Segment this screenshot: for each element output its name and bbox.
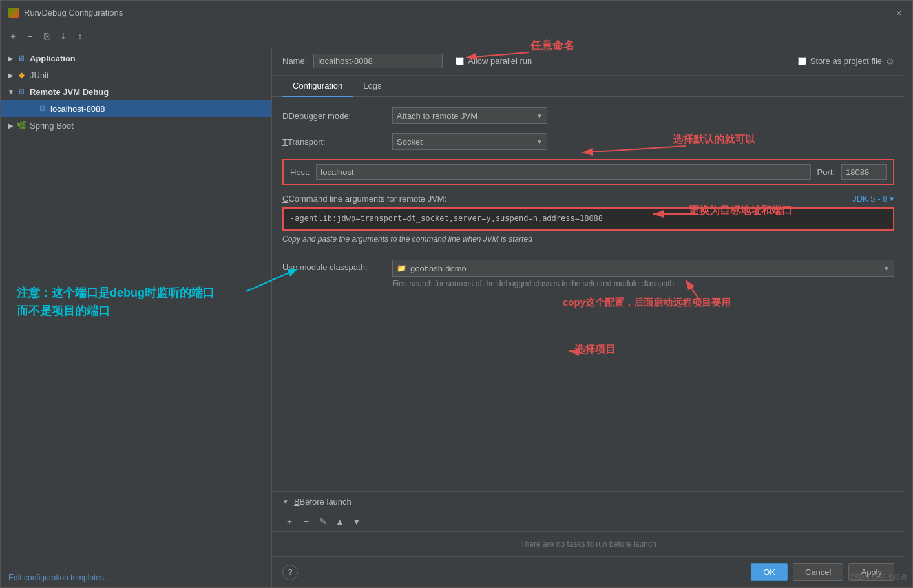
host-port-row: Host: Port:: [282, 159, 894, 185]
expand-icon-spring-boot: ▶: [6, 120, 16, 131]
edit-templates-link[interactable]: Edit configuration templates...: [8, 573, 110, 582]
store-project-checkbox[interactable]: [798, 57, 806, 65]
before-launch-header[interactable]: ▼ BBefore launch: [272, 491, 905, 512]
ok-button[interactable]: OK: [751, 563, 788, 581]
main-area: ▶ 🖥 Application ▶ ◆ JUnit ▼ 🖥 Remote JVM…: [1, 47, 912, 587]
before-launch-add[interactable]: +: [282, 514, 297, 529]
watermark: CSDN @完飞猛进: [850, 572, 907, 582]
tab-logs[interactable]: Logs: [353, 76, 392, 97]
divider: [282, 253, 894, 253]
allow-parallel-label: Allow parallel run: [468, 56, 532, 66]
spring-boot-icon: 🌿: [16, 120, 26, 131]
debugger-mode-arrow: ▼: [536, 112, 543, 120]
debugger-mode-label: DDebugger mode:: [282, 111, 386, 121]
footer-buttons: ? OK Cancel Apply: [272, 556, 905, 587]
parallel-run-row: Allow parallel run: [456, 56, 532, 66]
tabs-row: Configuration Logs: [272, 76, 905, 97]
tab-configuration[interactable]: Configuration: [282, 76, 353, 97]
before-launch-arrow: ▼: [282, 498, 289, 505]
application-icon: 🖥: [16, 53, 26, 63]
jdk-version[interactable]: JDK 5 - 8 ▾: [852, 194, 894, 204]
cmd-args-box: -agentlib:jdwp=transport=dt_socket,serve…: [282, 207, 894, 231]
transport-label: TTransport:: [282, 137, 386, 147]
copy-config-button[interactable]: ⎘: [39, 29, 54, 43]
sidebar-item-spring-boot[interactable]: ▶ 🌿 Spring Boot: [1, 117, 271, 134]
sidebar-footer: Edit configuration templates...: [1, 567, 271, 587]
cmd-args-section: CCommand line arguments for remote JVM: …: [282, 194, 894, 244]
expand-icon-junit: ▶: [6, 70, 16, 80]
cmd-args-value: -agentlib:jdwp=transport=dt_socket,serve…: [290, 214, 603, 223]
scrollbar[interactable]: [905, 47, 912, 587]
debugger-mode-value: Attach to remote JVM: [397, 111, 477, 121]
sort-config-button[interactable]: ↕: [73, 29, 87, 43]
junit-icon: ◆: [16, 70, 26, 80]
sidebar: ▶ 🖥 Application ▶ ◆ JUnit ▼ 🖥 Remote JVM…: [1, 47, 272, 587]
dialog-title: Run/Debug Configurations: [24, 8, 893, 17]
before-launch-down[interactable]: ▼: [350, 514, 364, 529]
store-project-row: Store as project file ⚙: [798, 56, 894, 67]
before-launch-edit[interactable]: ✎: [316, 514, 330, 529]
add-config-button[interactable]: +: [6, 29, 20, 43]
cancel-button[interactable]: Cancel: [793, 563, 843, 581]
localhost-icon: 🖥: [37, 103, 47, 114]
transport-arrow: ▼: [536, 138, 543, 145]
run-debug-dialog: Run/Debug Configurations × + − ⎘ ⤓ ↕ ▶ 🖥…: [0, 0, 913, 588]
expand-icon-localhost: [26, 103, 37, 114]
application-label: Application: [30, 54, 76, 63]
title-bar: Run/Debug Configurations ×: [1, 1, 912, 25]
module-arrow: ▼: [883, 265, 890, 272]
cmd-args-label: CCommand line arguments for remote JVM:: [282, 194, 446, 204]
remote-jvm-icon: 🖥: [16, 87, 26, 97]
port-input[interactable]: [841, 164, 887, 180]
port-label: Port:: [817, 167, 835, 177]
module-value: geohash-demo: [410, 264, 467, 273]
before-launch-toolbar: + − ✎ ▲ ▼: [272, 512, 905, 532]
expand-icon-application: ▶: [6, 53, 16, 63]
content-area: Name: Allow parallel run Store as projec…: [272, 47, 905, 587]
config-tree: ▶ 🖥 Application ▶ ◆ JUnit ▼ 🖥 Remote JVM…: [1, 47, 271, 567]
folder-icon: 📁: [397, 264, 406, 273]
module-select-inner: 📁 geohash-demo: [397, 264, 883, 273]
copy-hint: Copy and paste the arguments to the comm…: [282, 235, 894, 244]
transport-value: Socket: [397, 137, 423, 147]
allow-parallel-checkbox[interactable]: [456, 57, 464, 65]
help-button[interactable]: ?: [282, 565, 298, 580]
module-hint: First search for sources of the debugged…: [392, 279, 894, 288]
cmd-args-header: CCommand line arguments for remote JVM: …: [282, 194, 894, 204]
host-input[interactable]: [316, 164, 810, 180]
transport-row: TTransport: Socket ▼: [282, 133, 894, 150]
transport-select[interactable]: Socket ▼: [392, 133, 547, 150]
remove-config-button[interactable]: −: [23, 29, 37, 43]
close-button[interactable]: ×: [893, 7, 905, 19]
expand-icon-remote-jvm: ▼: [6, 87, 16, 97]
debugger-mode-row: DDebugger mode: Attach to remote JVM ▼: [282, 107, 894, 124]
sidebar-item-remote-jvm-debug[interactable]: ▼ 🖥 Remote JVM Debug: [1, 83, 271, 100]
debugger-mode-select[interactable]: Attach to remote JVM ▼: [392, 107, 547, 124]
move-config-button[interactable]: ⤓: [56, 29, 70, 43]
before-launch-section: ▼ BBefore launch + − ✎ ▲ ▼ There are no …: [272, 491, 905, 556]
remote-jvm-label: Remote JVM Debug: [30, 87, 109, 97]
localhost-label: localhost-8088: [50, 104, 105, 114]
sidebar-item-application[interactable]: ▶ 🖥 Application: [1, 50, 271, 67]
junit-label: JUnit: [30, 70, 49, 80]
gear-icon[interactable]: ⚙: [886, 56, 894, 67]
before-launch-remove[interactable]: −: [299, 514, 313, 529]
sidebar-item-junit[interactable]: ▶ ◆ JUnit: [1, 67, 271, 83]
name-input[interactable]: [313, 54, 443, 68]
before-launch-empty: There are no tasks to run before launch: [272, 532, 905, 556]
before-launch-title: BBefore launch: [294, 497, 352, 507]
dialog-icon: [8, 8, 19, 18]
sidebar-item-localhost-8088[interactable]: 🖥 localhost-8088: [1, 100, 271, 117]
config-toolbar: + − ⎘ ⤓ ↕: [1, 25, 912, 47]
module-select-wrapper: 📁 geohash-demo ▼ First search for source…: [392, 260, 894, 288]
host-label: Host:: [290, 167, 310, 177]
name-label: Name:: [282, 56, 307, 66]
spring-boot-label: Spring Boot: [30, 121, 74, 131]
module-row: Use module classpath: 📁 geohash-demo ▼ F…: [282, 260, 894, 288]
before-launch-up[interactable]: ▲: [333, 514, 347, 529]
name-row: Name: Allow parallel run Store as projec…: [272, 47, 905, 76]
module-label: Use module classpath:: [282, 260, 386, 272]
module-select[interactable]: 📁 geohash-demo ▼: [392, 260, 894, 277]
config-content: DDebugger mode: Attach to remote JVM ▼ T…: [272, 97, 905, 491]
store-project-label: Store as project file: [810, 56, 882, 66]
